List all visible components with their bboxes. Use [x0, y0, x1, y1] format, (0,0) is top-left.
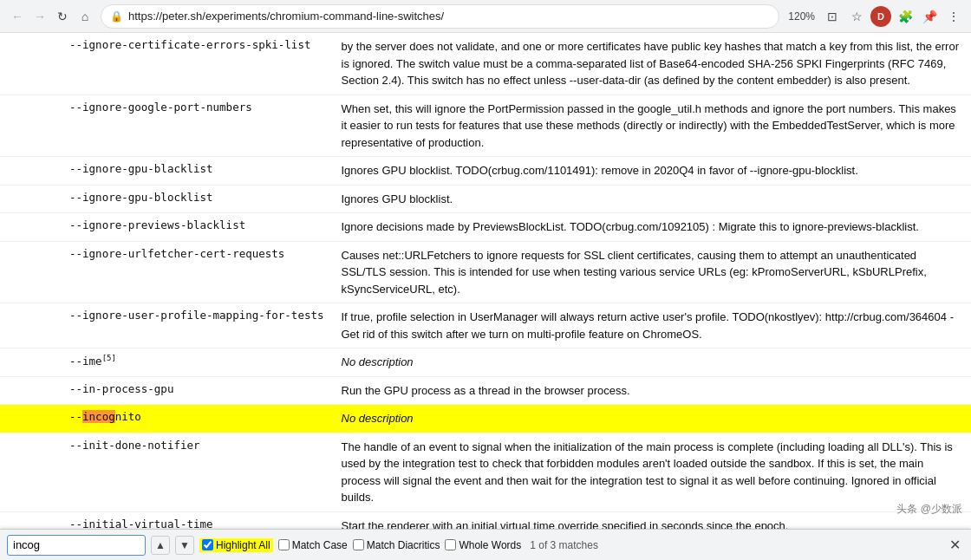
find-count: 1 of 3 matches [530, 539, 598, 551]
flags-table: --ignore-certificate-errors-spki-listby … [0, 33, 971, 529]
forward-button[interactable]: → [29, 6, 50, 27]
table-row: --ignore-urlfetcher-cert-requestsCauses … [0, 241, 971, 303]
find-prev-button[interactable]: ▲ [151, 536, 170, 555]
find-close-button[interactable]: ✕ [945, 536, 964, 555]
table-row: --in-process-gpuRun the GPU process as a… [0, 376, 971, 405]
whole-words-label[interactable]: Whole Words [445, 539, 521, 551]
table-row: --ignore-user-profile-mapping-for-testsI… [0, 303, 971, 348]
screenshot-button[interactable]: ⊡ [822, 6, 843, 27]
secure-icon: 🔒 [110, 10, 123, 23]
profile-button[interactable]: D [870, 6, 891, 27]
flag-cell: --initial-virtual-time [0, 511, 333, 529]
flag-cell: --ignore-previews-blacklist [0, 213, 333, 242]
table-row: --ignore-previews-blacklistIgnore decisi… [0, 213, 971, 242]
flag-cell: --ignore-google-port-numbers [0, 94, 333, 157]
match-diacritics-label[interactable]: Match Diacritics [353, 539, 440, 551]
flag-cell: --incognito [0, 405, 333, 433]
flag-cell: --ignore-certificate-errors-spki-list [0, 33, 333, 94]
description-cell: Ignore decisions made by PreviewsBlockLi… [333, 213, 972, 242]
description-cell: Run the GPU process as a thread in the b… [333, 376, 972, 405]
bookmark-button[interactable]: ☆ [846, 6, 867, 27]
address-bar[interactable]: 🔒 https://peter.sh/experiments/chromium-… [101, 4, 779, 29]
match-case-checkbox[interactable] [278, 539, 290, 550]
table-row: --ime[5]No description [0, 348, 971, 377]
flag-cell: --in-process-gpu [0, 376, 333, 405]
back-button[interactable]: ← [7, 6, 28, 27]
description-cell: If true, profile selection in UserManage… [333, 303, 972, 348]
extensions-button[interactable]: 🧩 [895, 6, 916, 27]
find-next-button[interactable]: ▼ [175, 536, 194, 555]
whole-words-checkbox[interactable] [445, 539, 456, 550]
description-cell: Start the renderer with an initial virtu… [333, 511, 972, 529]
flag-cell: --ime[5] [0, 348, 333, 377]
nav-buttons: ← → ↻ ⌂ [7, 6, 95, 27]
find-input[interactable] [7, 535, 146, 556]
table-row: --ignore-gpu-blacklistIgnores GPU blockl… [0, 157, 971, 186]
table-row: --initial-virtual-timeStart the renderer… [0, 511, 971, 529]
more-tools-button[interactable]: ⋮ [943, 6, 964, 27]
flag-cell: --ignore-urlfetcher-cert-requests [0, 241, 333, 303]
reload-button[interactable]: ↻ [52, 6, 73, 27]
match-case-label[interactable]: Match Case [278, 539, 348, 551]
highlight-all-label[interactable]: Highlight All [199, 538, 273, 552]
content-area: --ignore-certificate-errors-spki-listby … [0, 33, 971, 529]
table-row: --init-done-notifierThe handle of an eve… [0, 433, 971, 511]
match-diacritics-checkbox[interactable] [353, 539, 364, 550]
find-bar: ▲ ▼ Highlight All Match Case Match Diacr… [0, 529, 971, 560]
flag-cell: --ignore-user-profile-mapping-for-tests [0, 303, 333, 348]
browser-actions: 120% ⊡ ☆ D 🧩 📌 ⋮ [785, 6, 964, 27]
description-cell: When set, this will ignore the PortPermi… [333, 94, 972, 157]
description-cell: Causes net::URLFetchers to ignore reques… [333, 241, 972, 303]
table-row: --ignore-gpu-blocklistIgnores GPU blockl… [0, 185, 971, 213]
flag-cell: --ignore-gpu-blacklist [0, 157, 333, 186]
description-cell: by the server does not validate, and one… [333, 33, 972, 94]
description-cell: The handle of an event to signal when th… [333, 433, 972, 511]
url-text: https://peter.sh/experiments/chromium-co… [128, 10, 770, 23]
table-row: --ignore-certificate-errors-spki-listby … [0, 33, 971, 94]
description-cell: No description [333, 348, 972, 377]
table-row: --ignore-google-port-numbersWhen set, th… [0, 94, 971, 157]
flag-cell: --init-done-notifier [0, 433, 333, 511]
browser-chrome: ← → ↻ ⌂ 🔒 https://peter.sh/experiments/c… [0, 0, 971, 33]
table-row: --incognitoNo description [0, 405, 971, 433]
home-button[interactable]: ⌂ [75, 6, 95, 27]
zoom-level: 120% [785, 9, 818, 24]
description-cell: No description [333, 405, 972, 433]
flag-cell: --ignore-gpu-blocklist [0, 185, 333, 213]
pin-button[interactable]: 📌 [919, 6, 940, 27]
description-cell: Ignores GPU blocklist. [333, 185, 972, 213]
description-cell: Ignores GPU blocklist. TODO(crbug.com/11… [333, 157, 972, 186]
highlight-all-checkbox[interactable] [202, 539, 213, 550]
